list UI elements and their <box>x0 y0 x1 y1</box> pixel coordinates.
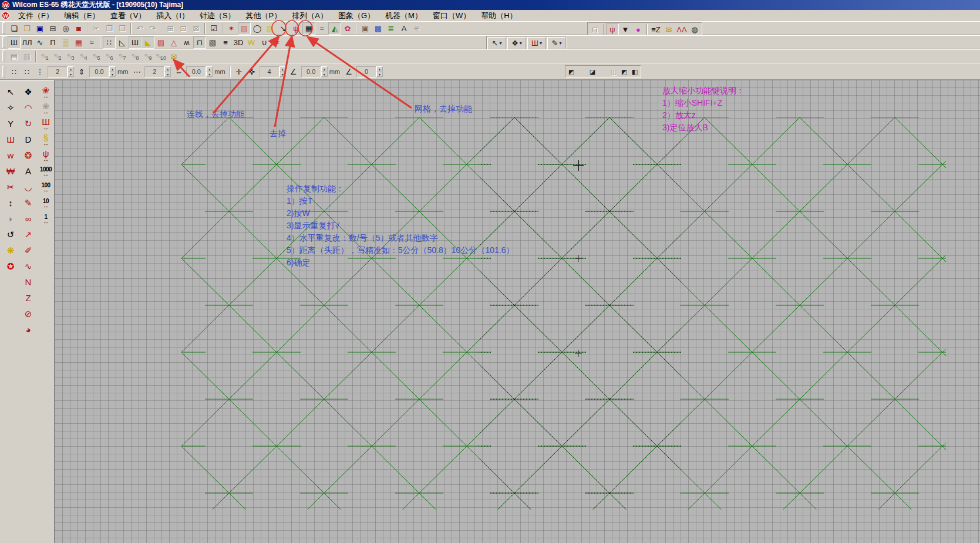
dots-vertical-button[interactable]: ⋮ <box>33 66 46 78</box>
fan-tool[interactable]: ◗ <box>2 211 19 226</box>
soft-fill[interactable]: ▨ <box>264 22 277 35</box>
circle-copy-tool[interactable]: ↻ <box>20 116 36 131</box>
cross-fill[interactable]: ▨ <box>154 36 167 49</box>
spin-up[interactable]: ▴ <box>68 66 74 72</box>
outline-shape[interactable]: ◯ <box>251 22 264 35</box>
grid-toggle[interactable]: ▦ <box>302 22 315 35</box>
row-length-value[interactable]: 0.0 <box>186 66 206 77</box>
spin-up[interactable]: ▴ <box>206 66 213 72</box>
node-corner[interactable]: ◩ <box>566 66 577 77</box>
col-spacing-button[interactable]: ⇕ <box>75 66 88 78</box>
fan-yellow-fill[interactable]: ◣ <box>142 36 154 49</box>
select-tool[interactable]: ↖ <box>2 85 19 99</box>
fan-fill[interactable]: ◺ <box>116 36 129 49</box>
change-color[interactable]: ✉ <box>167 50 180 63</box>
pattern-fill[interactable]: ▒ <box>59 36 72 49</box>
grid-fill[interactable]: ▦ <box>72 36 85 49</box>
z-stitch-tool[interactable]: Z <box>20 291 36 305</box>
menu-view[interactable]: 查看（V） <box>105 10 151 22</box>
save-file[interactable]: ▣ <box>33 22 46 35</box>
scale-100[interactable]: 100↔ <box>38 180 54 194</box>
grid-ref-a-button[interactable]: ∷ <box>8 66 21 78</box>
outline-d-tool[interactable]: D <box>20 132 36 147</box>
fusion-fill[interactable]: ✶ <box>225 22 238 35</box>
angle-button[interactable]: ∠ <box>342 66 355 78</box>
print-preview[interactable]: ◎ <box>59 22 72 35</box>
bead-run-tool[interactable]: ∞ <box>20 211 36 226</box>
needle-up[interactable]: ▼ <box>619 23 632 36</box>
zigzag-stitch[interactable]: ∿ <box>33 36 46 49</box>
reshape-split[interactable]: ❖▾ <box>507 37 526 49</box>
satin-width-tool[interactable]: Ш↔ <box>38 116 54 131</box>
hatch-fill[interactable]: ▨ <box>238 22 251 35</box>
document-logo-icon[interactable]: W <box>2 12 9 19</box>
stitch-view[interactable]: ≈ <box>315 22 328 35</box>
row-count-value[interactable]: 2 <box>144 66 164 77</box>
repeat-count-spinner[interactable]: 4▴▾ <box>260 66 286 77</box>
spin-down[interactable]: ▾ <box>206 72 213 77</box>
arch-tool[interactable]: ◠ <box>20 100 36 115</box>
stitch-w-tool[interactable]: w <box>2 148 19 163</box>
swirl-fill[interactable]: ✶ <box>271 36 284 49</box>
flower-red-tool[interactable]: ❀↔ <box>38 85 54 99</box>
ring-fill[interactable]: ∪ <box>258 36 271 49</box>
menu-image[interactable]: 图象（G） <box>333 10 380 22</box>
spin-up[interactable]: ▴ <box>376 66 383 72</box>
needle-point[interactable]: ψ <box>289 22 302 35</box>
satin-fill[interactable]: Ш <box>8 36 21 49</box>
offset-length-value[interactable]: 0.0 <box>301 66 321 77</box>
toolbar-handle[interactable] <box>2 66 5 77</box>
manual-stitch[interactable]: ʍ <box>180 36 193 49</box>
arrow-run-tool[interactable]: ↗ <box>20 227 36 242</box>
pen-split[interactable]: ✎▾ <box>547 37 566 49</box>
coil-width-tool[interactable]: §↔ <box>38 132 54 147</box>
spin-down[interactable]: ▾ <box>164 72 171 77</box>
pattern-ball-tool[interactable]: ❂ <box>20 148 36 163</box>
offset-length-spinner[interactable]: 0.0▴▾ <box>301 66 328 77</box>
stitch-ball[interactable]: ● <box>632 23 645 36</box>
n-stitch-tool[interactable]: N <box>20 275 36 289</box>
scale-1000[interactable]: 1000↔ <box>38 164 54 178</box>
spin-down[interactable]: ▾ <box>109 72 116 77</box>
needle-width-tool[interactable]: ψ↔ <box>38 148 54 163</box>
shell-stitch-tool[interactable]: ◕ <box>20 322 36 337</box>
col-count-value[interactable]: 2 <box>48 66 68 77</box>
letter-table[interactable]: A <box>398 22 410 35</box>
motif-fill[interactable]: ∷ <box>103 36 116 49</box>
pattern-stamp[interactable]: ▧ <box>206 36 219 49</box>
stitch-remove-tool[interactable]: ₩ <box>2 164 19 178</box>
thread-chart[interactable]: ▩ <box>372 22 385 35</box>
node-add[interactable]: ◪ <box>587 66 598 77</box>
picture-view[interactable]: ◭ <box>328 22 341 35</box>
connector-line[interactable]: ↘ <box>277 22 289 35</box>
spin-up[interactable]: ▴ <box>164 66 171 72</box>
w-fill[interactable]: W <box>245 36 258 49</box>
spin-down[interactable]: ▾ <box>376 72 383 77</box>
col-length-value[interactable]: 0.0 <box>89 66 109 77</box>
short-run-tool[interactable]: ✐ <box>20 243 36 258</box>
insert-stitch-tool[interactable]: ↕ <box>2 195 19 210</box>
length-angle-button[interactable]: ∠ <box>287 66 300 78</box>
menu-machine[interactable]: 机器（M） <box>380 10 427 22</box>
move-free-button[interactable]: ✜ <box>245 66 258 78</box>
zigzag-run-tool[interactable]: ∿ <box>20 259 36 274</box>
insert-image[interactable]: ▣ <box>359 22 372 35</box>
col-length-spinner[interactable]: 0.0▴▾ <box>89 66 116 77</box>
team-names[interactable]: ΛΛ <box>675 23 688 36</box>
spin-down[interactable]: ▾ <box>321 72 328 77</box>
menu-window[interactable]: 窗口（W） <box>427 10 476 22</box>
wave-fill[interactable]: ≈ <box>85 36 98 49</box>
hoop-display[interactable]: ◍ <box>688 23 701 36</box>
stop-hand-tool[interactable]: ✪ <box>2 259 19 274</box>
toolbar-handle[interactable] <box>2 22 5 34</box>
angle-spinner[interactable]: 0▴▾ <box>356 66 383 77</box>
column-fill[interactable]: Ш <box>129 36 142 49</box>
lettering-tool[interactable]: A <box>20 164 36 178</box>
polygon-select-tool[interactable]: ✧ <box>2 100 19 115</box>
applique[interactable]: △ <box>167 36 180 49</box>
tatami-fill[interactable]: П <box>46 36 59 49</box>
select-split[interactable]: ↖▾ <box>487 37 506 49</box>
stitch-edit-tool[interactable]: Ш <box>2 132 19 147</box>
node-flip[interactable]: ◧ <box>629 66 640 77</box>
menu-edit[interactable]: 编辑（E） <box>59 10 105 22</box>
